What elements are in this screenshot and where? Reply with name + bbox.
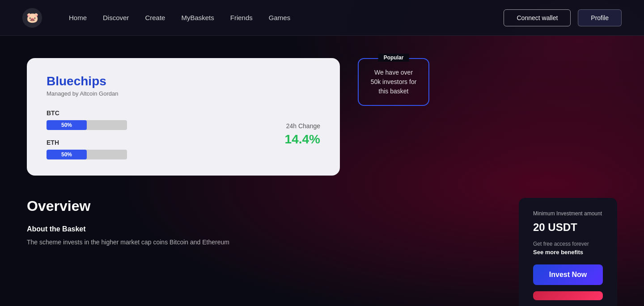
- logo-icon: 🐷: [22, 8, 42, 28]
- investment-amount: 20 USDT: [533, 221, 603, 234]
- overview-title: Overview: [27, 198, 483, 214]
- connect-wallet-button[interactable]: Connect wallet: [504, 9, 571, 26]
- nav-discover[interactable]: Discover: [103, 14, 129, 21]
- nav-mybaskets[interactable]: MyBaskets: [181, 14, 214, 21]
- popular-badge: Popular: [378, 54, 409, 62]
- nav-actions: Connect wallet Profile: [504, 9, 622, 26]
- navbar: 🐷 Home Discover Create MyBaskets Friends…: [0, 0, 644, 36]
- btc-percent: 50%: [61, 122, 72, 128]
- benefits-text: See more benefits: [533, 249, 603, 256]
- secondary-action-button[interactable]: [533, 291, 603, 300]
- basket-assets: BTC 50% ETH 50% 24h Change: [47, 109, 320, 159]
- eth-progress-fill: 50%: [47, 150, 87, 159]
- nav-friends[interactable]: Friends: [230, 14, 253, 21]
- about-text: The scheme invests in the higher market …: [27, 238, 483, 247]
- asset-btc: BTC 50% ETH 50%: [47, 109, 258, 159]
- basket-title: Bluechips: [47, 74, 320, 88]
- about-title: About the Basket: [27, 225, 483, 233]
- investment-label: Minimum Investment amount: [533, 210, 603, 217]
- popular-text: We have over 50k investors for this bask…: [369, 68, 419, 96]
- logo: 🐷: [22, 8, 42, 28]
- popular-card: Popular We have over 50k investors for t…: [358, 58, 429, 106]
- btc-label: BTC: [47, 109, 258, 117]
- eth-label: ETH: [47, 139, 258, 146]
- basket-card: Bluechips Managed by Altcoin Gordan BTC …: [27, 58, 340, 176]
- change-section: 24h Change 14.4%: [285, 122, 320, 147]
- nav-home[interactable]: Home: [69, 14, 87, 21]
- free-access-text: Get free access forever: [533, 241, 603, 247]
- investment-card: Minimum Investment amount 20 USDT Get fr…: [519, 198, 617, 306]
- change-label: 24h Change: [285, 122, 320, 130]
- bottom-content: Overview About the Basket The scheme inv…: [0, 176, 644, 306]
- main-content: Bluechips Managed by Altcoin Gordan BTC …: [0, 36, 644, 176]
- nav-links: Home Discover Create MyBaskets Friends G…: [69, 14, 486, 21]
- change-value: 14.4%: [285, 132, 320, 147]
- eth-percent: 50%: [61, 151, 72, 158]
- basket-manager: Managed by Altcoin Gordan: [47, 90, 320, 97]
- nav-games[interactable]: Games: [269, 14, 290, 21]
- btc-progress-container: 50%: [47, 120, 127, 130]
- invest-now-button[interactable]: Invest Now: [533, 264, 603, 285]
- overview-section: Overview About the Basket The scheme inv…: [27, 198, 483, 247]
- nav-create[interactable]: Create: [145, 14, 165, 21]
- btc-progress-fill: 50%: [47, 120, 87, 130]
- profile-button[interactable]: Profile: [578, 9, 622, 26]
- eth-progress-container: 50%: [47, 150, 127, 159]
